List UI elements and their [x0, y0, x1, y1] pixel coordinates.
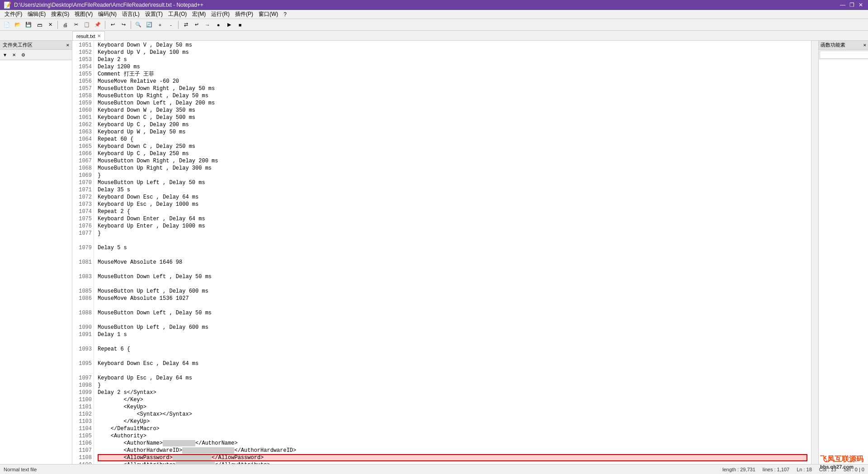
vertical-scrollbar[interactable]: [811, 41, 818, 464]
right-panel-close-icon[interactable]: ✕: [863, 42, 866, 48]
close-button[interactable]: ✕: [857, 1, 864, 9]
status-lines: lines : 1,107: [763, 467, 789, 472]
menu-settings[interactable]: 设置(T): [142, 10, 165, 19]
menu-view[interactable]: 视图(V): [72, 10, 95, 19]
right-panel: 函数功能素 ✕ ▶ ⚙: [818, 41, 868, 464]
menu-file[interactable]: 文件(F): [2, 10, 25, 19]
run-macro-button[interactable]: ▶: [224, 20, 234, 30]
minimize-button[interactable]: —: [839, 1, 846, 9]
sidebar-header: 文件夹工作区 ✕: [0, 41, 72, 50]
redo-button[interactable]: ↪: [118, 20, 128, 30]
find-button[interactable]: 🔍: [133, 20, 143, 30]
app-icon: 📝: [4, 1, 11, 9]
title-bar-left: 📝 D:\Users\zixing\Desktop\AmcFileReader\…: [4, 1, 203, 9]
menu-run[interactable]: 运行(R): [208, 10, 232, 19]
menu-edit[interactable]: 编辑(E): [25, 10, 48, 19]
indent-button[interactable]: →: [203, 20, 212, 30]
restore-button[interactable]: ❐: [848, 1, 855, 9]
status-length: length : 29,731: [722, 467, 755, 472]
copy-button[interactable]: 📋: [82, 20, 92, 30]
menu-bar: 文件(F) 编辑(E) 搜索(S) 视图(V) 编码(N) 语言(L) 设置(T…: [0, 10, 868, 19]
tab-label: result.txt: [76, 33, 95, 39]
function-search-input[interactable]: [820, 51, 868, 59]
editor-area: 1051105210531054105510561057105810591060…: [72, 41, 818, 464]
status-ln: Ln : 18: [797, 467, 812, 472]
new-button[interactable]: 📄: [2, 20, 12, 30]
title-text: D:\Users\zixing\Desktop\AmcFileReader\Am…: [14, 2, 203, 8]
watermark-brand: 飞凤互联源码: [820, 455, 863, 464]
undo-button[interactable]: ↩: [108, 20, 118, 30]
print-button[interactable]: 🖨: [60, 20, 70, 30]
toolbar-sep-3: [131, 21, 131, 29]
right-panel-title: 函数功能素: [821, 42, 845, 48]
watermark-url: bbs.qh27.com: [820, 464, 863, 469]
replace-button[interactable]: 🔄: [144, 20, 154, 30]
menu-encoding[interactable]: 编码(N): [95, 10, 119, 19]
right-panel-search: ▶ ⚙: [819, 50, 868, 60]
main-area: 文件夹工作区 ✕ ▼ ✕ ⚙ 1051105210531054105510561…: [0, 41, 868, 464]
status-bar: Normal text file length : 29,731 lines :…: [0, 464, 868, 474]
right-panel-content: [819, 60, 868, 464]
sidebar-tool-2[interactable]: ✕: [10, 51, 18, 59]
status-file-type: Normal text file: [4, 467, 37, 472]
tab-result-txt[interactable]: result.txt ✕: [72, 31, 105, 40]
stop-button[interactable]: ■: [235, 20, 245, 30]
menu-window[interactable]: 窗口(W): [256, 10, 281, 19]
save-button[interactable]: 💾: [24, 20, 33, 30]
menu-language[interactable]: 语言(L): [119, 10, 142, 19]
sidebar: 文件夹工作区 ✕ ▼ ✕ ⚙: [0, 41, 72, 464]
toolbar-sep-4: [178, 21, 179, 29]
menu-plugins[interactable]: 插件(P): [232, 10, 256, 19]
toolbar-sep-1: [57, 21, 58, 29]
title-bar: 📝 D:\Users\zixing\Desktop\AmcFileReader\…: [0, 0, 868, 10]
sidebar-tools: ▼ ✕ ⚙: [0, 50, 72, 60]
sidebar-tool-1[interactable]: ▼: [1, 51, 9, 59]
save-all-button[interactable]: 🗃: [34, 20, 44, 30]
right-panel-header: 函数功能素 ✕: [819, 41, 868, 50]
menu-search[interactable]: 搜索(S): [48, 10, 72, 19]
toolbar: 📄 📂 💾 🗃 ✕ 🖨 ✂ 📋 📌 ↩ ↪ 🔍 🔄 + - ⇄ ↵ → ● ▶ …: [0, 19, 868, 31]
toolbar-sep-2: [105, 21, 105, 29]
open-button[interactable]: 📂: [13, 20, 23, 30]
sidebar-tool-3[interactable]: ⚙: [19, 51, 27, 59]
close-button2[interactable]: ✕: [45, 20, 55, 30]
menu-tools[interactable]: 工具(O): [165, 10, 189, 19]
paste-button[interactable]: 📌: [93, 20, 103, 30]
cut-button[interactable]: ✂: [71, 20, 81, 30]
menu-macro[interactable]: 宏(M): [189, 10, 208, 19]
wrap-button[interactable]: ↵: [192, 20, 202, 30]
tab-close-icon[interactable]: ✕: [97, 33, 101, 38]
menu-help[interactable]: ?: [281, 11, 289, 18]
sidebar-close-icon[interactable]: ✕: [66, 42, 69, 48]
watermark: 飞凤互联源码 bbs.qh27.com: [820, 455, 863, 469]
code-content[interactable]: Keyboard Down V , Delay 50 msKeyboard Up…: [94, 41, 811, 464]
macro-button[interactable]: ●: [213, 20, 223, 30]
zoom-out-button[interactable]: -: [166, 20, 176, 30]
zoom-in-button[interactable]: +: [155, 20, 165, 30]
sync-button[interactable]: ⇄: [181, 20, 191, 30]
sidebar-title: 文件夹工作区: [3, 42, 33, 48]
line-numbers: 1051105210531054105510561057105810591060…: [72, 41, 94, 464]
sidebar-content: [0, 60, 72, 464]
tab-bar: result.txt ✕: [0, 31, 868, 41]
title-bar-controls: — ❐ ✕: [839, 1, 864, 9]
editor-content[interactable]: 1051105210531054105510561057105810591060…: [72, 41, 818, 464]
